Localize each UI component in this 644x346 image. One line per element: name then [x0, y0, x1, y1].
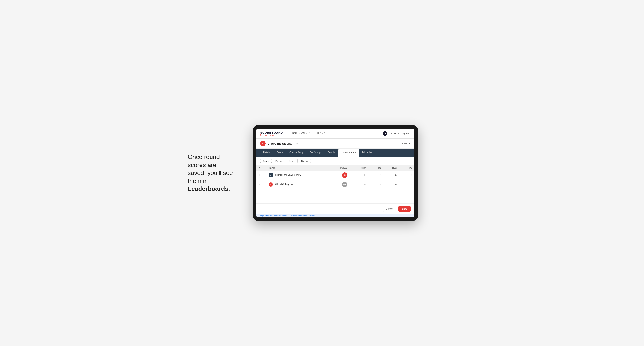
- row2-total: +3: [329, 180, 350, 189]
- row2-score-badge: +3: [342, 182, 347, 187]
- filter-players-button[interactable]: Players: [273, 159, 285, 163]
- page-wrapper: Once round scores are saved, you'll see …: [188, 125, 456, 221]
- logo-text: SCOREBOARD: [260, 131, 283, 134]
- row2-rd1: +8: [368, 180, 384, 189]
- logo-sub: Powered by clippd: [260, 134, 283, 136]
- nav-bar: SCOREBOARD Powered by clippd TOURNAMENTS…: [256, 129, 414, 139]
- tab-tee-groups[interactable]: Tee Groups: [306, 149, 324, 157]
- left-line1: Once round: [188, 154, 220, 160]
- tab-printables[interactable]: Printables: [359, 149, 375, 157]
- cancel-header-button[interactable]: Cancel ✕: [400, 142, 411, 145]
- tablet-screen: SCOREBOARD Powered by clippd TOURNAMENTS…: [256, 129, 414, 217]
- content-area: # TEAM TOTAL THRU RD1 RD2 RD3 1: [256, 165, 414, 203]
- table-row: 2 C Clippd College [A] +3 F +8 -8 +3: [256, 180, 414, 189]
- row2-team: C Clippd College [A]: [266, 180, 329, 189]
- row2-team-logo: C: [269, 182, 273, 186]
- left-line5-end: .: [228, 185, 230, 192]
- tournament-title: Clippd Invitational: [268, 142, 292, 145]
- filter-teams-button[interactable]: Teams: [260, 159, 272, 163]
- cancel-footer-button[interactable]: Cancel: [383, 206, 396, 212]
- row2-rd3: +3: [399, 180, 414, 189]
- filter-scores-button[interactable]: Scores: [286, 159, 298, 163]
- footer-bar: Cancel Save: [256, 203, 414, 214]
- url-bar: https://stage-blue-coach.stagescoreboard…: [256, 214, 414, 217]
- left-line5-bold: Leaderboards: [188, 185, 228, 192]
- nav-tournaments[interactable]: TOURNAMENTS: [288, 129, 314, 138]
- left-description: Once round scores are saved, you'll see …: [188, 153, 242, 193]
- tournament-icon: C: [260, 141, 266, 146]
- col-total: TOTAL: [329, 165, 350, 171]
- tab-course-setup[interactable]: Course Setup: [286, 149, 306, 157]
- user-name: Test User |: [389, 132, 400, 135]
- left-line2: scores are: [188, 162, 216, 169]
- row2-rd2: -8: [384, 180, 399, 189]
- left-line3: saved, you'll see: [188, 169, 233, 176]
- save-button[interactable]: Save: [398, 206, 411, 211]
- tournament-subtitle: (Men): [294, 142, 300, 145]
- row1-team-logo: S: [269, 173, 273, 177]
- sub-nav: Details Teams Course Setup Tee Groups Re…: [256, 149, 414, 157]
- nav-teams[interactable]: TEAMS: [314, 129, 328, 138]
- tab-leaderboards[interactable]: Leaderboards: [338, 149, 359, 157]
- row1-score-badge: -5: [342, 173, 347, 178]
- tournament-header: C Clippd Invitational (Men) Cancel ✕: [256, 139, 414, 149]
- filter-bar: Teams Players Scores Strokes: [256, 157, 414, 165]
- row2-thru: F: [350, 180, 368, 189]
- row1-rank: 1: [256, 171, 266, 180]
- row1-team: S Scoreboard University [A]: [266, 171, 329, 180]
- col-team: TEAM: [266, 165, 329, 171]
- table-header: # TEAM TOTAL THRU RD1 RD2 RD3: [256, 165, 414, 171]
- table-row: 1 S Scoreboard University [A] -5 F -4 +5: [256, 171, 414, 180]
- filter-strokes-button[interactable]: Strokes: [299, 159, 311, 163]
- tab-results[interactable]: Results: [324, 149, 338, 157]
- col-rd2: RD2: [384, 165, 399, 171]
- close-icon[interactable]: ✕: [408, 142, 411, 145]
- col-rd3: RD3: [399, 165, 414, 171]
- row1-thru: F: [350, 171, 368, 180]
- nav-links: TOURNAMENTS TEAMS: [288, 129, 328, 138]
- row1-rd2: +5: [384, 171, 399, 180]
- nav-right: S Test User | Sign out: [383, 131, 411, 136]
- table-body: 1 S Scoreboard University [A] -5 F -4 +5: [256, 171, 414, 189]
- col-rank: #: [256, 165, 266, 171]
- row2-rank: 2: [256, 180, 266, 189]
- row1-rd1: -4: [368, 171, 384, 180]
- row1-total: -5: [329, 171, 350, 180]
- left-line4: them in: [188, 177, 208, 184]
- col-thru: THRU: [350, 165, 368, 171]
- tab-details[interactable]: Details: [260, 149, 274, 157]
- user-avatar: S: [383, 131, 388, 136]
- col-rd1: RD1: [368, 165, 384, 171]
- leaderboard-table: # TEAM TOTAL THRU RD1 RD2 RD3 1: [256, 165, 414, 189]
- tab-teams[interactable]: Teams: [274, 149, 286, 157]
- logo-area: SCOREBOARD Powered by clippd: [260, 131, 283, 136]
- row1-rd3: -6: [399, 171, 414, 180]
- sign-out-link[interactable]: Sign out: [402, 132, 411, 135]
- url-text: https://stage-blue-coach.stagescoreboard…: [260, 215, 317, 217]
- tablet-frame: SCOREBOARD Powered by clippd TOURNAMENTS…: [253, 125, 418, 221]
